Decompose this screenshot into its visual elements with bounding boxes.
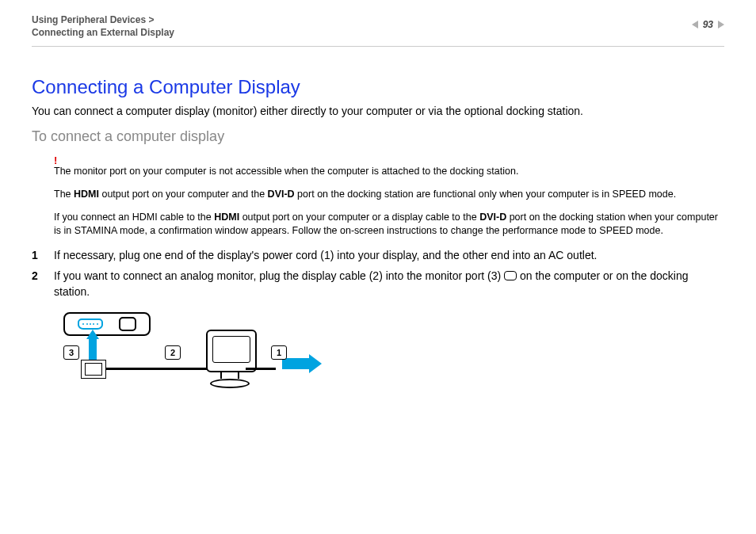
page-header: Using Peripheral Devices > Connecting an… [32, 14, 724, 47]
subheading: To connect a computer display [32, 128, 724, 145]
step-2: If you want to connect an analog monitor… [32, 268, 724, 300]
callout-2: 2 [165, 345, 181, 360]
note-1: The monitor port on your computer is not… [54, 165, 724, 178]
step-1: If necessary, plug one end of the displa… [32, 247, 724, 263]
prev-page-arrow-icon[interactable] [692, 21, 698, 29]
note-2: The HDMI output port on your computer an… [54, 188, 724, 201]
rounded-port-icon [119, 317, 136, 331]
note-3: If you connect an HDMI cable to the HDMI… [54, 211, 724, 238]
docking-station-icon [63, 312, 151, 336]
cable-segment-icon [106, 368, 211, 370]
power-arrow-icon [282, 358, 311, 369]
monitor-icon [206, 330, 254, 391]
notes-block: ! The monitor port on your computer is n… [54, 154, 724, 238]
page-nav: 93 [692, 19, 724, 30]
page-content: Connecting a Computer Display You can co… [32, 76, 724, 399]
next-page-arrow-icon[interactable] [718, 21, 724, 29]
vga-connector-icon [81, 360, 106, 379]
breadcrumb-top: Using Peripheral Devices > [32, 14, 724, 27]
steps-list: If necessary, plug one end of the displa… [32, 247, 724, 300]
connection-diagram: 3 2 1 [63, 312, 333, 399]
power-cable-icon [246, 368, 276, 370]
monitor-port-icon [504, 271, 517, 280]
breadcrumb-sub: Connecting an External Display [32, 27, 724, 40]
callout-1: 1 [271, 345, 287, 360]
page-number: 93 [703, 19, 713, 30]
page-title: Connecting a Computer Display [32, 76, 724, 98]
callout-3: 3 [63, 345, 79, 360]
vga-port-icon [78, 318, 103, 330]
intro-text: You can connect a computer display (moni… [32, 105, 724, 117]
